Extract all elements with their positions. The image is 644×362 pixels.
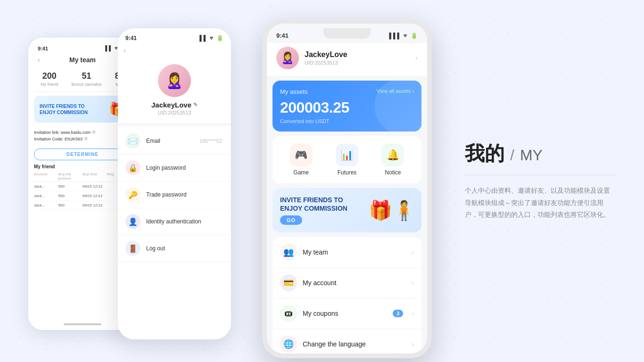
trade-password-menu-item[interactable]: 🔑 Trade password — [118, 181, 231, 208]
my-account-label: My account — [303, 279, 406, 287]
notice-action[interactable]: 🔔 Notice — [381, 144, 404, 176]
copy-code-icon[interactable]: ⧉ — [84, 136, 87, 141]
assets-sub-label: Converted into USDT — [280, 118, 414, 124]
left-stats-row: 200 My friend 51 Bonus cannabis 82 total — [34, 66, 131, 92]
main-profile-avatar: 🙎‍♀️ — [276, 47, 299, 69]
main-menu-section: 👥 My team › 💳 My account › 🎟 My coupons … — [272, 237, 421, 354]
mid-time: 9:41 — [125, 35, 137, 41]
futures-action[interactable]: 📊 Futures — [336, 144, 358, 176]
inv-link-label: Invitation link: www.baidu.com — [34, 130, 91, 135]
main-profile-info: JackeyLove UID:20253513 — [305, 50, 410, 66]
assets-amount: 200003.25 — [280, 99, 414, 116]
email-label: Email — [146, 138, 194, 144]
edit-username-icon[interactable]: ✎ — [193, 102, 198, 108]
mid-divider — [118, 123, 231, 126]
left-home-indicator — [64, 323, 101, 325]
left-status-bar: 9:41 ▌▌ ᯤ 🔋 — [34, 43, 131, 53]
identity-auth-icon: 👤 — [125, 214, 140, 229]
invite-banner[interactable]: INVITE FRIENDS TOENJOY COMMISSION GO 🎁🧍 — [272, 188, 421, 232]
change-language-menu-item[interactable]: 🌐 Change the language › — [272, 329, 421, 354]
identity-auth-label: Identity authentication — [146, 218, 223, 225]
table-row: Jack...50009/15 12:12 — [34, 201, 131, 210]
friend-section: My friend To v Account Buy the product B… — [34, 164, 131, 210]
left-time: 9:41 — [38, 46, 48, 51]
logout-label: Log out — [146, 245, 223, 252]
table-row: Jack...50009/15 12:12 — [34, 191, 131, 201]
profile-chevron-icon: › — [415, 54, 418, 62]
notice-icon: 🔔 — [381, 144, 404, 166]
my-team-label: My team — [303, 248, 406, 256]
left-title: My team — [69, 56, 96, 64]
battery-icon: 🔋 — [411, 33, 418, 39]
panel-title-en: MY — [520, 147, 543, 164]
change-language-label: Change the language — [303, 340, 406, 348]
invite-illustration: 🎁🧍 — [369, 199, 416, 222]
mid-back-row: ‹ — [118, 44, 231, 57]
my-team-icon: 👥 — [280, 244, 297, 261]
main-profile-name: JackeyLove — [305, 50, 410, 59]
quick-actions: 🎮 Game 📊 Futures 🔔 Notice — [272, 136, 421, 183]
my-account-menu-item[interactable]: 💳 My account › — [272, 268, 421, 298]
login-password-label: Login password — [146, 165, 223, 171]
copy-link-icon[interactable]: ⧉ — [92, 130, 95, 135]
my-coupons-menu-item[interactable]: 🎟 My coupons 3 › — [272, 298, 421, 329]
trade-password-icon: 🔑 — [125, 187, 140, 202]
mid-back-arrow[interactable]: ‹ — [124, 46, 126, 55]
view-all-assets-button[interactable]: View all assets › — [377, 88, 414, 94]
assets-label: My assets — [280, 88, 414, 95]
game-action[interactable]: 🎮 Game — [290, 144, 313, 176]
logout-icon: 🚪 — [125, 241, 140, 256]
identity-auth-menu-item[interactable]: 👤 Identity authentication — [118, 208, 231, 235]
my-coupons-label: My coupons — [303, 310, 387, 317]
mid-avatar: 🙎‍♀️ — [158, 64, 191, 97]
panel-description: 个人中心由资料、邀请好友、以及功能模块及设置导航模块组成～突出了邀请好友功能方便… — [465, 185, 616, 221]
my-team-chevron-icon: › — [412, 248, 414, 256]
main-profile-header[interactable]: 🙎‍♀️ JackeyLove UID:20253513 › — [267, 43, 427, 76]
main-notch — [323, 28, 371, 39]
left-back-arrow[interactable]: ‹ — [38, 56, 40, 64]
stat-num-bonus: 51 — [71, 71, 101, 81]
stat-item-friend: 200 My friend — [41, 71, 58, 87]
table-row: Jack...50009/15 12:12 — [34, 182, 131, 191]
col-buy-time: Buy time — [83, 172, 107, 181]
coupons-badge: 3 — [393, 310, 403, 317]
logout-menu-item[interactable]: 🚪 Log out — [118, 235, 231, 262]
change-language-chevron-icon: › — [412, 340, 414, 348]
my-account-icon: 💳 — [280, 274, 297, 291]
mid-icons: ▌▌ ᯤ 🔋 — [199, 35, 223, 41]
invite-content: INVITE FRIENDS TOENJOY COMMISSION GO — [280, 196, 347, 225]
login-password-menu-item[interactable]: 🔒 Login password — [118, 155, 231, 181]
mid-phone: 9:41 ▌▌ ᯤ 🔋 ‹ 🙎‍♀️ JackeyLove ✎ UID:2025… — [118, 28, 231, 339]
game-label: Game — [293, 169, 309, 176]
email-value: 185****52: — [199, 138, 223, 144]
main-profile-uid: UID:20253513 — [305, 60, 410, 66]
game-icon: 🎮 — [290, 144, 313, 166]
email-menu-item[interactable]: ✉️ Email 185****52: — [118, 128, 231, 155]
stat-label-friend: My friend — [41, 82, 58, 87]
col-buy-product: Buy the product — [58, 172, 83, 181]
my-friend-label: My friend — [34, 164, 55, 169]
stat-num-friend: 200 — [41, 71, 58, 81]
trade-password-label: Trade password — [146, 191, 223, 198]
email-icon: ✉️ — [125, 133, 140, 148]
determine-button[interactable]: DETERMINE — [34, 148, 131, 160]
inv-code-label: Invitation Code: ENJK563 — [34, 137, 83, 141]
invitation-section: Invitation link: www.baidu.com ⧉ Invitat… — [34, 126, 131, 145]
invite-go-button[interactable]: GO — [280, 215, 302, 225]
panel-divider — [465, 175, 616, 175]
change-language-icon: 🌐 — [280, 336, 297, 353]
my-team-menu-item[interactable]: 👥 My team › — [272, 237, 421, 268]
mid-username: JackeyLove ✎ — [151, 101, 198, 109]
right-panel: 我的 / MY 个人中心由资料、邀请好友、以及功能模块及设置导航模块组成～突出了… — [465, 142, 616, 221]
futures-icon: 📊 — [336, 144, 358, 166]
col-account: Account — [34, 172, 58, 181]
futures-label: Futures — [338, 169, 357, 176]
stat-item-bonus: 51 Bonus cannabis — [71, 71, 101, 87]
main-status-icons: ▌▌▌ ᯤ 🔋 — [389, 33, 418, 39]
stat-label-bonus: Bonus cannabis — [71, 82, 101, 87]
mid-profile-section: 🙎‍♀️ JackeyLove ✎ UID:20253513 — [118, 57, 231, 121]
my-coupons-chevron-icon: › — [412, 310, 414, 317]
left-invite-banner: INVITE FRIENDS TOENJOY COMMISSION 🎁 — [34, 96, 131, 123]
panel-title-cn: 我的 — [465, 142, 504, 165]
invite-text: INVITE FRIENDS TOENJOY COMMISSION — [280, 196, 347, 213]
